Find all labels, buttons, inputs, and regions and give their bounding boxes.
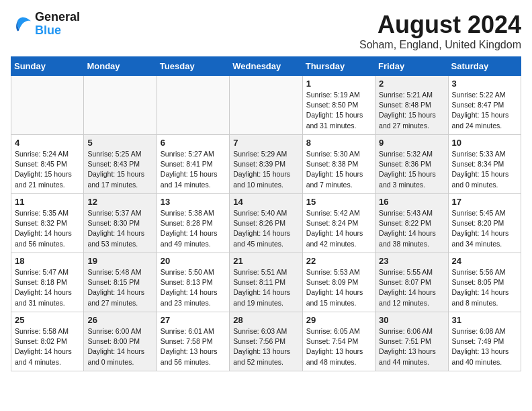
day-number: 13 bbox=[161, 197, 226, 207]
calendar-cell: 25Sunrise: 5:58 AM Sunset: 8:02 PM Dayli… bbox=[11, 312, 84, 371]
day-number: 10 bbox=[452, 138, 517, 148]
weekday-header-sunday: Sunday bbox=[11, 57, 84, 76]
day-number: 17 bbox=[452, 197, 517, 207]
calendar-cell: 19Sunrise: 5:48 AM Sunset: 8:15 PM Dayli… bbox=[84, 253, 157, 312]
day-number: 29 bbox=[306, 315, 371, 325]
day-info: Sunrise: 5:45 AM Sunset: 8:20 PM Dayligh… bbox=[452, 208, 517, 249]
day-number: 16 bbox=[379, 197, 444, 207]
calendar-cell: 1Sunrise: 5:19 AM Sunset: 8:50 PM Daylig… bbox=[302, 76, 375, 135]
day-info: Sunrise: 6:05 AM Sunset: 7:54 PM Dayligh… bbox=[306, 326, 371, 367]
logo-text: General Blue bbox=[35, 11, 80, 38]
day-number: 8 bbox=[306, 138, 371, 148]
day-number: 5 bbox=[87, 138, 152, 148]
calendar-cell: 7Sunrise: 5:29 AM Sunset: 8:39 PM Daylig… bbox=[230, 135, 302, 194]
day-number: 7 bbox=[233, 138, 298, 148]
page-header: General Blue August 2024 Soham, England,… bbox=[11, 11, 521, 51]
calendar-cell: 23Sunrise: 5:55 AM Sunset: 8:07 PM Dayli… bbox=[375, 253, 448, 312]
weekday-header-saturday: Saturday bbox=[448, 57, 521, 76]
day-info: Sunrise: 5:19 AM Sunset: 8:50 PM Dayligh… bbox=[306, 90, 371, 131]
day-info: Sunrise: 5:43 AM Sunset: 8:22 PM Dayligh… bbox=[379, 208, 444, 249]
weekday-header-row: SundayMondayTuesdayWednesdayThursdayFrid… bbox=[11, 57, 521, 76]
calendar-week-5: 25Sunrise: 5:58 AM Sunset: 8:02 PM Dayli… bbox=[11, 312, 521, 371]
day-number: 24 bbox=[452, 256, 517, 266]
calendar-cell: 3Sunrise: 5:22 AM Sunset: 8:47 PM Daylig… bbox=[448, 76, 521, 135]
calendar-cell: 18Sunrise: 5:47 AM Sunset: 8:18 PM Dayli… bbox=[11, 253, 84, 312]
day-info: Sunrise: 5:21 AM Sunset: 8:48 PM Dayligh… bbox=[379, 90, 444, 131]
day-number: 2 bbox=[379, 79, 444, 89]
day-info: Sunrise: 6:08 AM Sunset: 7:49 PM Dayligh… bbox=[452, 326, 517, 367]
day-info: Sunrise: 5:38 AM Sunset: 8:28 PM Dayligh… bbox=[161, 208, 226, 249]
day-number: 4 bbox=[15, 138, 80, 148]
day-number: 30 bbox=[379, 315, 444, 325]
day-info: Sunrise: 5:30 AM Sunset: 8:38 PM Dayligh… bbox=[306, 149, 371, 190]
calendar-week-3: 11Sunrise: 5:35 AM Sunset: 8:32 PM Dayli… bbox=[11, 194, 521, 253]
day-number: 6 bbox=[161, 138, 226, 148]
calendar-cell: 9Sunrise: 5:32 AM Sunset: 8:36 PM Daylig… bbox=[375, 135, 448, 194]
day-info: Sunrise: 6:00 AM Sunset: 8:00 PM Dayligh… bbox=[87, 326, 152, 367]
logo: General Blue bbox=[11, 11, 80, 38]
day-info: Sunrise: 5:56 AM Sunset: 8:05 PM Dayligh… bbox=[452, 267, 517, 308]
day-info: Sunrise: 5:42 AM Sunset: 8:24 PM Dayligh… bbox=[306, 208, 371, 249]
day-info: Sunrise: 5:40 AM Sunset: 8:26 PM Dayligh… bbox=[233, 208, 298, 249]
calendar-cell: 29Sunrise: 6:05 AM Sunset: 7:54 PM Dayli… bbox=[302, 312, 375, 371]
day-number: 19 bbox=[87, 256, 152, 266]
day-info: Sunrise: 5:22 AM Sunset: 8:47 PM Dayligh… bbox=[452, 90, 517, 131]
title-section: August 2024 Soham, England, United Kingd… bbox=[359, 11, 521, 51]
calendar-cell: 13Sunrise: 5:38 AM Sunset: 8:28 PM Dayli… bbox=[157, 194, 229, 253]
day-info: Sunrise: 6:01 AM Sunset: 7:58 PM Dayligh… bbox=[161, 326, 226, 367]
day-info: Sunrise: 5:35 AM Sunset: 8:32 PM Dayligh… bbox=[15, 208, 80, 249]
weekday-header-thursday: Thursday bbox=[302, 57, 375, 76]
day-number: 3 bbox=[452, 79, 517, 89]
day-number: 28 bbox=[233, 315, 298, 325]
day-info: Sunrise: 5:33 AM Sunset: 8:34 PM Dayligh… bbox=[452, 149, 517, 190]
day-info: Sunrise: 5:32 AM Sunset: 8:36 PM Dayligh… bbox=[379, 149, 444, 190]
day-number: 22 bbox=[306, 256, 371, 266]
day-number: 27 bbox=[161, 315, 226, 325]
calendar-cell: 14Sunrise: 5:40 AM Sunset: 8:26 PM Dayli… bbox=[230, 194, 302, 253]
day-info: Sunrise: 5:48 AM Sunset: 8:15 PM Dayligh… bbox=[87, 267, 152, 308]
calendar-cell: 21Sunrise: 5:51 AM Sunset: 8:11 PM Dayli… bbox=[230, 253, 302, 312]
day-info: Sunrise: 6:03 AM Sunset: 7:56 PM Dayligh… bbox=[233, 326, 298, 367]
calendar-cell: 11Sunrise: 5:35 AM Sunset: 8:32 PM Dayli… bbox=[11, 194, 84, 253]
month-year-title: August 2024 bbox=[359, 11, 521, 39]
day-number: 31 bbox=[452, 315, 517, 325]
calendar-cell: 30Sunrise: 6:06 AM Sunset: 7:51 PM Dayli… bbox=[375, 312, 448, 371]
logo-bird-icon bbox=[11, 15, 32, 34]
weekday-header-wednesday: Wednesday bbox=[230, 57, 302, 76]
calendar-cell: 8Sunrise: 5:30 AM Sunset: 8:38 PM Daylig… bbox=[302, 135, 375, 194]
location-subtitle: Soham, England, United Kingdom bbox=[359, 39, 521, 51]
calendar-cell bbox=[84, 76, 157, 135]
day-number: 20 bbox=[161, 256, 226, 266]
calendar-cell: 24Sunrise: 5:56 AM Sunset: 8:05 PM Dayli… bbox=[448, 253, 521, 312]
day-number: 14 bbox=[233, 197, 298, 207]
calendar-cell: 2Sunrise: 5:21 AM Sunset: 8:48 PM Daylig… bbox=[375, 76, 448, 135]
calendar-cell: 12Sunrise: 5:37 AM Sunset: 8:30 PM Dayli… bbox=[84, 194, 157, 253]
day-info: Sunrise: 5:51 AM Sunset: 8:11 PM Dayligh… bbox=[233, 267, 298, 308]
day-number: 25 bbox=[15, 315, 80, 325]
calendar-cell bbox=[11, 76, 84, 135]
calendar-cell: 31Sunrise: 6:08 AM Sunset: 7:49 PM Dayli… bbox=[448, 312, 521, 371]
day-info: Sunrise: 5:37 AM Sunset: 8:30 PM Dayligh… bbox=[87, 208, 152, 249]
calendar-cell bbox=[157, 76, 229, 135]
day-number: 1 bbox=[306, 79, 371, 89]
day-info: Sunrise: 5:50 AM Sunset: 8:13 PM Dayligh… bbox=[161, 267, 226, 308]
calendar-cell: 27Sunrise: 6:01 AM Sunset: 7:58 PM Dayli… bbox=[157, 312, 229, 371]
calendar-cell bbox=[230, 76, 302, 135]
day-number: 11 bbox=[15, 197, 80, 207]
day-number: 18 bbox=[15, 256, 80, 266]
calendar-cell: 20Sunrise: 5:50 AM Sunset: 8:13 PM Dayli… bbox=[157, 253, 229, 312]
day-number: 9 bbox=[379, 138, 444, 148]
weekday-header-friday: Friday bbox=[375, 57, 448, 76]
calendar-cell: 22Sunrise: 5:53 AM Sunset: 8:09 PM Dayli… bbox=[302, 253, 375, 312]
calendar-cell: 4Sunrise: 5:24 AM Sunset: 8:45 PM Daylig… bbox=[11, 135, 84, 194]
day-number: 12 bbox=[87, 197, 152, 207]
day-info: Sunrise: 5:25 AM Sunset: 8:43 PM Dayligh… bbox=[87, 149, 152, 190]
day-info: Sunrise: 5:24 AM Sunset: 8:45 PM Dayligh… bbox=[15, 149, 80, 190]
weekday-header-tuesday: Tuesday bbox=[157, 57, 229, 76]
day-info: Sunrise: 5:55 AM Sunset: 8:07 PM Dayligh… bbox=[379, 267, 444, 308]
day-number: 21 bbox=[233, 256, 298, 266]
day-number: 23 bbox=[379, 256, 444, 266]
day-info: Sunrise: 5:53 AM Sunset: 8:09 PM Dayligh… bbox=[306, 267, 371, 308]
day-info: Sunrise: 5:58 AM Sunset: 8:02 PM Dayligh… bbox=[15, 326, 80, 367]
calendar-week-1: 1Sunrise: 5:19 AM Sunset: 8:50 PM Daylig… bbox=[11, 76, 521, 135]
